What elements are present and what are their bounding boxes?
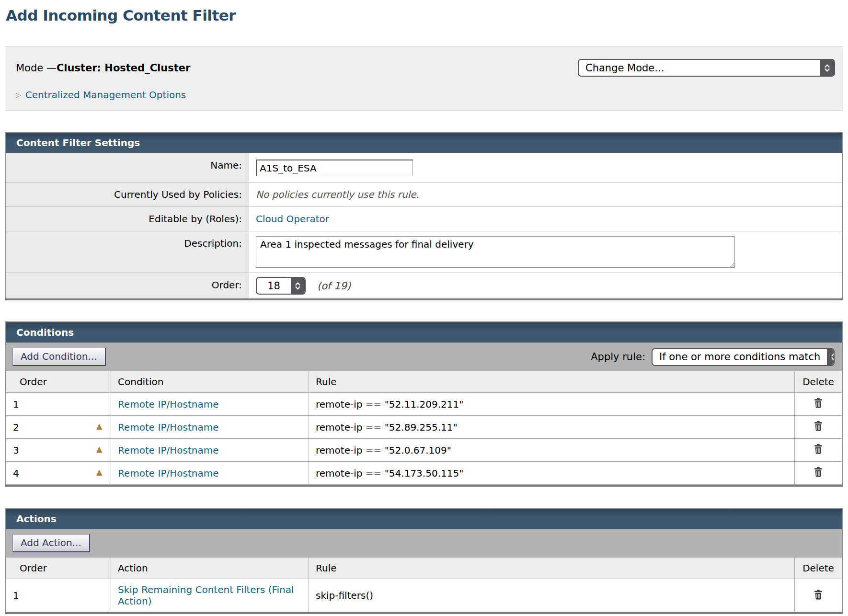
delete-icon[interactable] <box>813 421 824 431</box>
settings-header: Content Filter Settings <box>6 133 842 153</box>
table-row: 2 ▲ Remote IP/Hostname remote-ip == "52.… <box>6 416 842 439</box>
apply-rule-select[interactable]: If one or more conditions match <box>652 348 835 366</box>
move-up-icon[interactable]: ▲ <box>96 468 102 477</box>
table-row: 1 ▲ Skip Remaining Content Filters (Fina… <box>6 579 842 612</box>
mode-label: Mode — <box>16 62 57 74</box>
delete-icon[interactable] <box>813 589 824 600</box>
actions-toolbar: Add Action... <box>6 529 842 557</box>
select-spinner-icon <box>827 349 835 365</box>
table-row: 3 ▲ Remote IP/Hostname remote-ip == "52.… <box>6 439 842 462</box>
page: Add Incoming Content Filter Mode —Cluste… <box>0 0 848 616</box>
row-item-link[interactable]: Skip Remaining Content Filters (Final Ac… <box>118 584 294 607</box>
select-spinner-icon <box>291 278 305 294</box>
row-item-link[interactable]: Remote IP/Hostname <box>118 422 218 433</box>
row-rule: remote-ip == "52.0.67.109" <box>309 439 795 462</box>
mode-value: Cluster: Hosted_Cluster <box>57 62 190 74</box>
mode-box: Mode —Cluster: Hosted_Cluster Change Mod… <box>5 46 843 111</box>
row-order: 1 <box>13 590 19 601</box>
table-row: 1 ▲ Remote IP/Hostname remote-ip == "52.… <box>6 393 842 416</box>
editable-roles-link[interactable]: Cloud Operator <box>256 213 329 225</box>
row-rule: skip-filters() <box>309 579 795 612</box>
row-item-link[interactable]: Remote IP/Hostname <box>118 468 218 479</box>
row-item-link[interactable]: Remote IP/Hostname <box>118 399 218 410</box>
delete-icon[interactable] <box>813 467 824 477</box>
policies-value: No policies currently use this rule. <box>256 189 419 200</box>
policies-label: Currently Used by Policies: <box>6 183 249 206</box>
column-header-delete: Delete <box>795 558 842 579</box>
row-order: 4 <box>13 468 19 479</box>
description-label: Description: <box>6 231 249 273</box>
actions-table: Order Action Rule Delete 1 ▲ Skip Remain… <box>6 557 842 612</box>
row-rule: remote-ip == "52.89.255.11" <box>309 416 795 439</box>
move-up-icon[interactable]: ▲ <box>96 422 102 431</box>
conditions-section: Conditions Add Condition... Apply rule: … <box>5 321 843 487</box>
actions-section: Actions Add Action... Order Action Rule … <box>5 508 843 614</box>
conditions-header: Conditions <box>6 322 842 342</box>
row-order: 3 <box>13 445 19 456</box>
centralized-management-link[interactable]: Centralized Management Options <box>25 89 186 101</box>
row-order: 2 <box>13 422 19 433</box>
change-mode-select[interactable]: Change Mode... <box>578 59 835 77</box>
delete-icon[interactable] <box>813 398 824 408</box>
description-input[interactable]: Area 1 inspected messages for final deli… <box>256 236 735 268</box>
column-header-condition: Condition <box>111 371 309 393</box>
delete-icon[interactable] <box>813 444 824 454</box>
content-filter-settings-section: Content Filter Settings Name: Currently … <box>5 132 843 300</box>
add-action-button[interactable]: Add Action... <box>12 534 90 552</box>
order-total: (of 19) <box>317 280 351 292</box>
order-select[interactable]: 18 <box>256 277 306 295</box>
add-condition-button[interactable]: Add Condition... <box>12 348 106 366</box>
column-header-order: Order <box>6 558 111 579</box>
editable-label: Editable by (Roles): <box>6 207 249 231</box>
apply-rule-label: Apply rule: <box>591 351 645 363</box>
actions-header: Actions <box>6 509 842 529</box>
name-label: Name: <box>6 153 249 182</box>
page-title: Add Incoming Content Filter <box>6 7 843 24</box>
expander-triangle-icon[interactable]: ▷ <box>16 91 21 98</box>
conditions-toolbar: Add Condition... Apply rule: If one or m… <box>6 342 842 371</box>
row-rule: remote-ip == "52.11.209.211" <box>309 393 795 416</box>
column-header-rule: Rule <box>309 371 795 393</box>
mode-text: Mode —Cluster: Hosted_Cluster <box>16 62 190 74</box>
order-label: Order: <box>6 273 249 298</box>
row-order: 1 <box>13 399 19 410</box>
move-up-icon[interactable]: ▲ <box>96 445 102 454</box>
name-input[interactable] <box>256 160 413 176</box>
select-spinner-icon <box>820 60 834 76</box>
column-header-rule: Rule <box>309 558 795 579</box>
column-header-order: Order <box>6 371 111 393</box>
row-rule: remote-ip == "54.173.50.115" <box>309 462 795 485</box>
column-header-delete: Delete <box>795 371 842 393</box>
table-row: 4 ▲ Remote IP/Hostname remote-ip == "54.… <box>6 462 842 485</box>
row-item-link[interactable]: Remote IP/Hostname <box>118 445 218 456</box>
conditions-table: Order Condition Rule Delete 1 ▲ Remote I… <box>6 371 842 485</box>
column-header-action: Action <box>111 558 309 579</box>
